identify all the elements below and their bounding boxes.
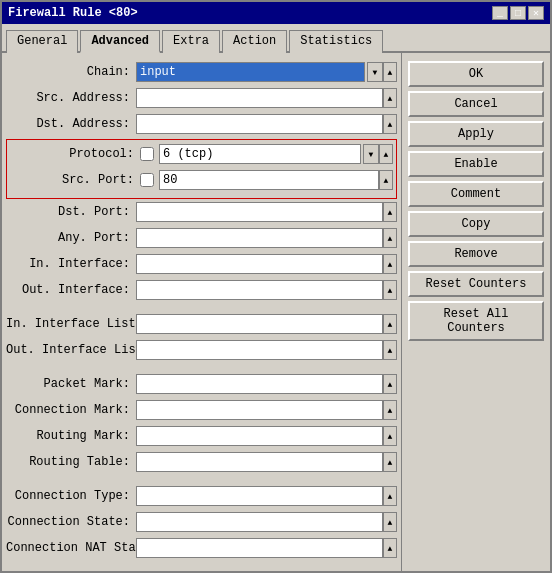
chain-scroll-up[interactable]: ▲ <box>383 62 397 82</box>
dst-port-input-area <box>136 202 383 222</box>
packet-mark-label: Packet Mark: <box>6 377 136 391</box>
routing-mark-input[interactable] <box>136 426 383 446</box>
chain-input[interactable] <box>136 62 365 82</box>
form-panel: Chain: ▼ ▲ Src. Address: ▲ Dst. Address: <box>2 53 402 571</box>
connection-type-label: Connection Type: <box>6 489 136 503</box>
connection-type-scroll-up[interactable]: ▲ <box>383 486 397 506</box>
routing-mark-row: Routing Mark: ▲ <box>6 425 397 447</box>
dst-port-row: Dst. Port: ▲ <box>6 201 397 223</box>
src-port-row: Src. Port: ▲ <box>10 169 393 191</box>
dst-address-scroll-up[interactable]: ▲ <box>383 114 397 134</box>
connection-type-input-area <box>136 486 383 506</box>
connection-state-scroll-up[interactable]: ▲ <box>383 512 397 532</box>
apply-button[interactable]: Apply <box>408 121 544 147</box>
connection-nat-state-input[interactable] <box>136 538 383 558</box>
src-port-label: Src. Port: <box>10 173 140 187</box>
out-interface-list-input[interactable] <box>136 340 383 360</box>
packet-mark-input[interactable] <box>136 374 383 394</box>
chain-label: Chain: <box>6 65 136 79</box>
chain-dropdown-arrow[interactable]: ▼ <box>367 62 383 82</box>
connection-type-row: Connection Type: ▲ <box>6 485 397 507</box>
dst-address-label: Dst. Address: <box>6 117 136 131</box>
src-port-input[interactable] <box>159 170 379 190</box>
any-port-scroll-up[interactable]: ▲ <box>383 228 397 248</box>
connection-mark-scroll-up[interactable]: ▲ <box>383 400 397 420</box>
ok-button[interactable]: OK <box>408 61 544 87</box>
maximize-button[interactable]: □ <box>510 6 526 20</box>
in-interface-list-row: In. Interface List: ▲ <box>6 313 397 335</box>
title-bar-controls: _ □ ✕ <box>492 6 544 20</box>
out-interface-input[interactable] <box>136 280 383 300</box>
dst-address-input[interactable] <box>136 114 383 134</box>
protocol-checkbox[interactable] <box>140 147 154 161</box>
separator-1 <box>6 305 397 313</box>
out-interface-input-area <box>136 280 383 300</box>
dst-address-row: Dst. Address: ▲ <box>6 113 397 135</box>
enable-button[interactable]: Enable <box>408 151 544 177</box>
separator-3 <box>6 477 397 485</box>
dst-port-input[interactable] <box>136 202 383 222</box>
protocol-scroll-up[interactable]: ▲ <box>379 144 393 164</box>
in-interface-scroll-up[interactable]: ▲ <box>383 254 397 274</box>
packet-mark-input-area <box>136 374 383 394</box>
separator-2 <box>6 365 397 373</box>
in-interface-list-input[interactable] <box>136 314 383 334</box>
routing-mark-scroll-up[interactable]: ▲ <box>383 426 397 446</box>
connection-type-input[interactable] <box>136 486 383 506</box>
close-button[interactable]: ✕ <box>528 6 544 20</box>
copy-button[interactable]: Copy <box>408 211 544 237</box>
tab-advanced[interactable]: Advanced <box>80 30 160 53</box>
connection-state-input[interactable] <box>136 512 383 532</box>
reset-counters-button[interactable]: Reset Counters <box>408 271 544 297</box>
routing-table-scroll-up[interactable]: ▲ <box>383 452 397 472</box>
src-address-scroll-up[interactable]: ▲ <box>383 88 397 108</box>
connection-nat-state-scroll-up[interactable]: ▲ <box>383 538 397 558</box>
tab-general[interactable]: General <box>6 30 78 53</box>
src-port-input-area <box>140 170 379 190</box>
src-address-label: Src. Address: <box>6 91 136 105</box>
remove-button[interactable]: Remove <box>408 241 544 267</box>
protocol-label: Protocol: <box>10 147 140 161</box>
any-port-input[interactable] <box>136 228 383 248</box>
in-interface-input[interactable] <box>136 254 383 274</box>
routing-mark-input-area <box>136 426 383 446</box>
in-interface-list-input-area <box>136 314 383 334</box>
connection-nat-state-input-area <box>136 538 383 558</box>
out-interface-scroll-up[interactable]: ▲ <box>383 280 397 300</box>
protocol-row: Protocol: ▼ ▲ <box>10 143 393 165</box>
protocol-dropdown-arrow[interactable]: ▼ <box>363 144 379 164</box>
comment-button[interactable]: Comment <box>408 181 544 207</box>
connection-mark-input[interactable] <box>136 400 383 420</box>
tab-statistics[interactable]: Statistics <box>289 30 383 53</box>
cancel-button[interactable]: Cancel <box>408 91 544 117</box>
packet-mark-scroll-up[interactable]: ▲ <box>383 374 397 394</box>
window-title: Firewall Rule <80> <box>8 6 138 20</box>
src-address-input[interactable] <box>136 88 383 108</box>
any-port-input-area <box>136 228 383 248</box>
dst-port-label: Dst. Port: <box>6 205 136 219</box>
chain-row: Chain: ▼ ▲ <box>6 61 397 83</box>
protocol-input[interactable] <box>159 144 361 164</box>
firewall-rule-window: Firewall Rule <80> _ □ ✕ General Advance… <box>0 0 552 573</box>
src-address-row: Src. Address: ▲ <box>6 87 397 109</box>
out-interface-row: Out. Interface: ▲ <box>6 279 397 301</box>
button-panel: OK Cancel Apply Enable Comment Copy Remo… <box>402 53 550 571</box>
routing-table-input-area <box>136 452 383 472</box>
out-interface-list-row: Out. Interface List: ▲ <box>6 339 397 361</box>
connection-mark-row: Connection Mark: ▲ <box>6 399 397 421</box>
dst-port-scroll-up[interactable]: ▲ <box>383 202 397 222</box>
in-interface-row: In. Interface: ▲ <box>6 253 397 275</box>
tab-extra[interactable]: Extra <box>162 30 220 53</box>
routing-table-label: Routing Table: <box>6 455 136 469</box>
chain-input-area: ▼ <box>136 62 383 82</box>
src-port-scroll-up[interactable]: ▲ <box>379 170 393 190</box>
dst-address-input-area <box>136 114 383 134</box>
routing-table-input[interactable] <box>136 452 383 472</box>
src-port-checkbox[interactable] <box>140 173 154 187</box>
tab-action[interactable]: Action <box>222 30 287 53</box>
in-interface-input-area <box>136 254 383 274</box>
minimize-button[interactable]: _ <box>492 6 508 20</box>
in-interface-list-scroll-up[interactable]: ▲ <box>383 314 397 334</box>
out-interface-list-scroll-up[interactable]: ▲ <box>383 340 397 360</box>
reset-all-counters-button[interactable]: Reset All Counters <box>408 301 544 341</box>
